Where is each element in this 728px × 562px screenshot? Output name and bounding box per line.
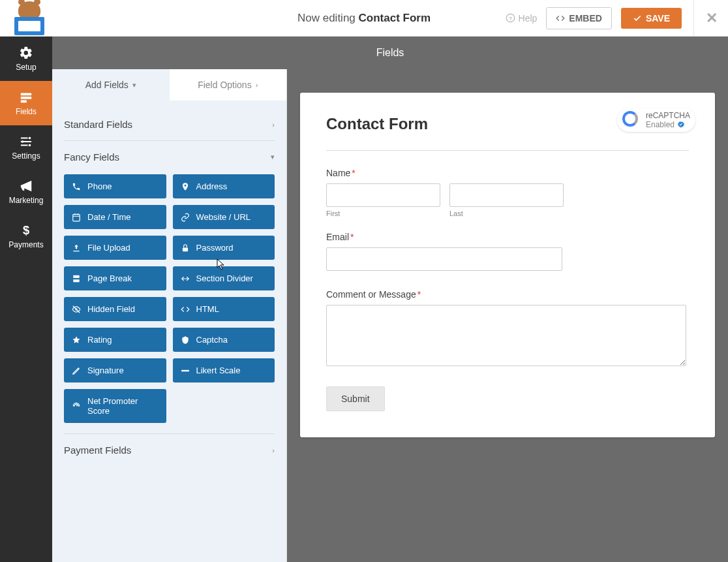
field-file-upload[interactable]: File Upload: [64, 236, 166, 260]
chevron-down-icon: ▾: [271, 153, 275, 161]
phone-icon: [72, 182, 81, 191]
chevron-right-icon: ›: [256, 81, 258, 89]
field-signature[interactable]: Signature: [64, 358, 166, 382]
divider-icon: [181, 274, 190, 283]
help-link[interactable]: ? Help: [506, 13, 538, 23]
svg-text:$: $: [23, 223, 29, 237]
embed-button[interactable]: EMBED: [546, 7, 612, 29]
field-hidden-field[interactable]: Hidden Field: [64, 297, 166, 321]
section-payment-fields[interactable]: Payment Fields›: [64, 445, 275, 456]
field-address[interactable]: Address: [173, 174, 275, 198]
field-phone[interactable]: Phone: [64, 174, 166, 198]
recaptcha-icon: [622, 111, 641, 129]
upload-icon: [72, 243, 81, 253]
field-net-promoter-score[interactable]: Net Promoter Score: [64, 389, 166, 423]
verified-icon: [677, 121, 685, 129]
svg-point-5: [29, 137, 31, 140]
last-name-input[interactable]: [449, 183, 564, 207]
email-label: Email*: [326, 232, 689, 242]
wpforms-logo: [10, 3, 50, 34]
editing-title: Now editing Contact Form: [297, 12, 431, 25]
link-icon: [181, 213, 190, 222]
field-likert-scale[interactable]: Likert Scale: [173, 358, 275, 382]
pen-icon: [72, 366, 81, 375]
rail-fields[interactable]: Fields: [0, 81, 52, 125]
chevron-right-icon: ›: [272, 446, 275, 454]
svg-rect-2: [21, 93, 32, 96]
tab-add-fields[interactable]: Add Fields▾: [52, 69, 170, 101]
field-date-time[interactable]: Date / Time: [64, 205, 166, 229]
pin-icon: [181, 182, 190, 191]
gauge-icon: [72, 401, 81, 411]
pagebreak-icon: [72, 274, 81, 283]
eyeoff-icon: [72, 305, 81, 314]
rail-settings[interactable]: Settings: [0, 125, 52, 170]
first-sublabel: First: [326, 210, 440, 217]
section-fancy-fields[interactable]: Fancy Fields▾: [64, 151, 275, 163]
rail-setup[interactable]: Setup: [0, 37, 52, 81]
shield-icon: [181, 336, 190, 345]
email-input[interactable]: [326, 247, 562, 271]
lock-icon: [181, 243, 190, 253]
chevron-down-icon: ▾: [132, 81, 136, 89]
rail-payments[interactable]: $ Payments: [0, 214, 52, 258]
submit-button[interactable]: Submit: [326, 386, 385, 411]
field-section-divider[interactable]: Section Divider: [173, 266, 275, 290]
comment-label: Comment or Message*: [326, 289, 689, 300]
section-standard-fields[interactable]: Standard Fields›: [64, 119, 275, 130]
save-button[interactable]: SAVE: [621, 8, 682, 29]
code-icon: [181, 305, 190, 314]
likert-icon: [181, 366, 190, 375]
form-canvas: reCAPTCHA Enabled Contact Form Name* Fir…: [287, 69, 728, 562]
svg-point-6: [22, 140, 24, 143]
svg-text:?: ?: [509, 16, 512, 22]
first-name-input[interactable]: [326, 183, 440, 207]
field-html[interactable]: HTML: [173, 297, 275, 321]
field-rating[interactable]: Rating: [64, 328, 166, 352]
star-icon: [72, 336, 81, 345]
rail-marketing[interactable]: Marketing: [0, 170, 52, 214]
svg-rect-3: [21, 97, 32, 99]
recaptcha-badge: reCAPTCHA Enabled: [617, 108, 695, 132]
calendar-icon: [72, 213, 81, 222]
last-sublabel: Last: [449, 210, 564, 217]
field-captcha[interactable]: Captcha: [173, 328, 275, 352]
left-rail: Setup Fields Settings Marketing $ Paymen…: [0, 37, 52, 562]
chevron-right-icon: ›: [272, 121, 275, 129]
close-button[interactable]: ✕: [693, 0, 718, 37]
svg-point-7: [29, 144, 31, 147]
field-password[interactable]: Password: [173, 236, 275, 260]
name-label: Name*: [326, 168, 689, 178]
fields-panel: Add Fields▾ Field Options› Standard Fiel…: [52, 69, 287, 562]
comment-textarea[interactable]: [326, 305, 686, 366]
field-website-url[interactable]: Website / URL: [173, 205, 275, 229]
fields-header-bar: Fields: [52, 37, 728, 69]
form-preview: reCAPTCHA Enabled Contact Form Name* Fir…: [300, 93, 715, 437]
svg-rect-4: [21, 101, 27, 103]
top-header: Now editing Contact Form ? Help EMBED SA…: [0, 0, 728, 37]
field-page-break[interactable]: Page Break: [64, 266, 166, 290]
tab-field-options[interactable]: Field Options›: [170, 69, 287, 101]
